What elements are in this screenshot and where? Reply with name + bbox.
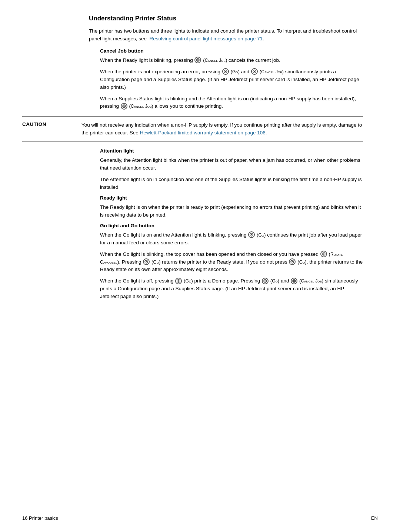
ready-light-p1: The Ready light is on when the printer i… (100, 204, 363, 219)
go-light-heading: Go light and Go button (100, 223, 363, 228)
cancel-job-p1: When the Ready light is blinking, pressi… (100, 57, 363, 64)
svg-marker-22 (265, 280, 267, 282)
cancel-job-section: Cancel Job button When the Ready light i… (89, 48, 363, 111)
attention-light-heading: Attention light (100, 148, 363, 154)
go-icon-2 (248, 231, 255, 238)
go-light-p2: When the Go light is blinking, the top c… (100, 251, 363, 274)
cancel-job-label-3: Cancel Job (131, 104, 151, 109)
go-icon-5 (175, 278, 182, 284)
go-icon-3 (143, 258, 150, 265)
svg-marker-12 (251, 234, 253, 236)
page: Understanding Printer Status The printer… (0, 0, 400, 327)
page-title: Understanding Printer Status (89, 15, 363, 22)
ready-light-heading: Ready light (100, 195, 363, 201)
cancel-job-p2: When the printer is not experiencing an … (100, 68, 363, 91)
cancel-job-label-4: Cancel Job (301, 278, 322, 284)
rotate-carousel-icon-1 (320, 251, 327, 257)
go-label-3: Go (153, 260, 159, 265)
warranty-link[interactable]: Hewlett-Packard limited warranty stateme… (140, 130, 266, 135)
caution-label: CAUTION (22, 121, 81, 137)
attention-light-p1: Generally, the Attention light blinks wh… (100, 157, 363, 172)
cancel-job-label-1: Cancel Job (205, 58, 226, 63)
go-icon-4 (289, 258, 296, 265)
footer: 16 Printer basics EN (22, 515, 378, 521)
caution-text: You will not receive any indication when… (81, 121, 363, 137)
cancel-job-icon-2 (251, 68, 258, 75)
intro-paragraph: The printer has two buttons and three li… (89, 27, 363, 43)
cancel-job-label-2: Cancel Job (261, 69, 282, 74)
cancel-job-icon-3 (121, 103, 127, 110)
svg-marker-18 (292, 261, 294, 262)
attention-light-p2: The Attention light is on in conjunction… (100, 176, 363, 191)
cancel-job-p3: When a Supplies Status light is blinking… (100, 95, 363, 111)
go-label-5: Go (186, 278, 191, 284)
go-label-1: Go (232, 69, 238, 74)
cancel-job-icon-1 (194, 57, 201, 63)
go-light-section: Go light and Go button When the Go light… (89, 223, 363, 301)
go-label-4: Go (299, 260, 305, 265)
svg-point-14 (323, 253, 324, 255)
rotate-carousel-label: Rotate Carousel (100, 252, 343, 265)
content-area: Understanding Printer Status The printer… (89, 15, 363, 301)
cancel-job-icon-4 (291, 278, 297, 284)
footer-left: 16 Printer basics (22, 515, 58, 521)
go-icon-6 (262, 278, 269, 284)
go-label-2: Go (259, 232, 264, 238)
cancel-job-heading: Cancel Job button (100, 48, 363, 54)
attention-light-section: Attention light Generally, the Attention… (89, 148, 363, 191)
go-label-6: Go (272, 278, 278, 284)
footer-right: EN (371, 515, 378, 521)
caution-block: CAUTION You will not receive any indicat… (22, 116, 363, 142)
svg-marker-16 (146, 261, 148, 262)
go-icon-1 (222, 68, 229, 75)
svg-marker-20 (178, 280, 180, 282)
resolving-link[interactable]: Resolving control panel light messages o… (150, 36, 263, 41)
ready-light-section: Ready light The Ready light is on when t… (89, 195, 363, 219)
svg-marker-4 (225, 71, 227, 73)
go-light-p3: When the Go light is off, pressing (Go) … (100, 277, 363, 301)
go-light-p1: When the Go light is on and the Attentio… (100, 231, 363, 247)
